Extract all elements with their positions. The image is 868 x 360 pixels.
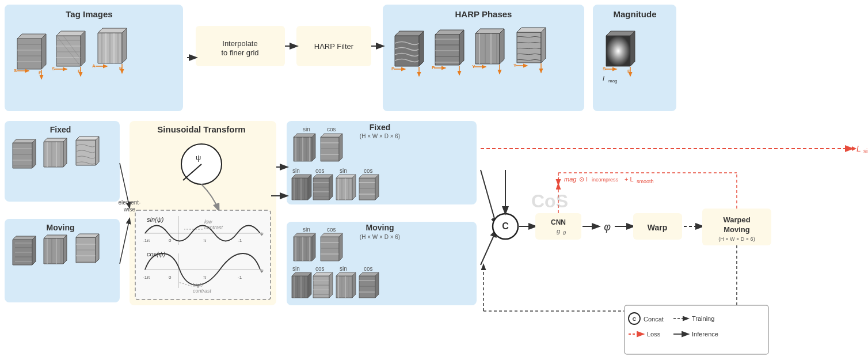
svg-text:θ: θ [563, 230, 566, 236]
svg-marker-42 [98, 33, 122, 63]
svg-rect-276 [535, 213, 581, 240]
svg-marker-117 [96, 137, 99, 165]
svg-text:S: S [14, 68, 17, 73]
svg-text:element-: element- [119, 199, 141, 206]
svg-marker-107 [32, 139, 36, 168]
svg-marker-101 [13, 143, 32, 168]
svg-marker-264 [352, 272, 356, 298]
svg-marker-79 [475, 29, 504, 33]
svg-line-35 [63, 36, 81, 59]
svg-line-311 [120, 219, 130, 264]
svg-marker-208 [336, 178, 352, 200]
svg-marker-188 [321, 134, 342, 137]
svg-text:cos: cos [364, 266, 373, 272]
svg-marker-37 [81, 31, 85, 66]
svg-marker-181 [294, 134, 315, 137]
svg-marker-201 [313, 178, 329, 200]
svg-marker-49 [122, 28, 127, 63]
svg-marker-17 [17, 39, 41, 69]
svg-marker-36 [56, 31, 85, 36]
svg-marker-200 [308, 175, 311, 200]
svg-marker-183 [321, 137, 339, 161]
svg-text:0: 0 [169, 275, 172, 280]
svg-marker-85 [517, 28, 546, 32]
svg-text:contrast: contrast [204, 225, 223, 230]
svg-text:cos: cos [327, 126, 336, 132]
svg-marker-215 [359, 178, 375, 200]
svg-marker-139 [76, 234, 99, 237]
svg-text:C: C [633, 316, 637, 322]
svg-marker-194 [292, 178, 308, 200]
svg-rect-1 [196, 26, 285, 66]
svg-text:(H × W × D × 6): (H × W × D × 6) [360, 133, 400, 139]
svg-text:cos: cos [315, 266, 325, 272]
svg-marker-256 [313, 272, 333, 276]
svg-text:Sinusoidal Transform: Sinusoidal Transform [157, 124, 245, 134]
svg-text:cos: cos [364, 168, 373, 174]
svg-text:to finer grid: to finer grid [221, 48, 258, 57]
svg-marker-251 [313, 276, 329, 298]
svg-text:sin: sin [303, 226, 310, 233]
svg-text:-1π: -1π [143, 238, 150, 243]
svg-text:sin: sin [292, 168, 300, 174]
svg-marker-16 [17, 39, 41, 69]
svg-marker-308 [852, 146, 856, 151]
svg-text:-1: -1 [238, 275, 242, 280]
svg-line-167 [178, 282, 192, 286]
svg-marker-126 [32, 236, 36, 265]
svg-marker-92 [606, 31, 635, 36]
svg-marker-257 [329, 272, 333, 298]
svg-marker-214 [352, 175, 356, 200]
svg-text:HARP Phases: HARP Phases [455, 9, 512, 19]
svg-text:R: R [119, 66, 123, 71]
svg-text:-1π: -1π [143, 275, 150, 280]
svg-marker-58 [395, 31, 424, 36]
svg-line-34 [56, 36, 81, 66]
svg-rect-286 [702, 209, 771, 245]
svg-marker-23 [41, 34, 46, 69]
svg-marker-226 [294, 237, 312, 261]
svg-text:Magnitude: Magnitude [614, 9, 657, 19]
svg-rect-4 [593, 5, 676, 111]
svg-point-314 [629, 313, 640, 324]
svg-marker-119 [13, 240, 32, 265]
svg-text:low: low [204, 219, 212, 225]
svg-text:CoS: CoS [531, 191, 568, 211]
svg-marker-84 [517, 32, 541, 63]
svg-marker-113 [44, 138, 67, 142]
svg-text:Concat: Concat [644, 316, 664, 323]
svg-text:Fixed: Fixed [370, 123, 391, 132]
svg-marker-22 [17, 34, 46, 39]
svg-marker-108 [44, 142, 63, 167]
svg-marker-220 [359, 175, 379, 178]
svg-marker-182 [312, 134, 315, 161]
svg-text:high: high [193, 282, 203, 288]
svg-rect-283 [633, 213, 682, 240]
svg-marker-127 [44, 238, 63, 264]
svg-marker-116 [76, 137, 99, 140]
svg-line-272 [481, 230, 496, 265]
svg-rect-9 [287, 222, 477, 305]
svg-text:Interpolate: Interpolate [222, 39, 257, 48]
svg-rect-2 [296, 26, 371, 66]
svg-text:P: P [391, 66, 395, 71]
svg-text:contrast: contrast [193, 288, 212, 294]
svg-text:Moving: Moving [47, 223, 75, 232]
svg-marker-114 [63, 138, 67, 167]
svg-marker-134 [76, 237, 96, 263]
svg-marker-74 [475, 33, 500, 64]
svg-marker-189 [339, 134, 342, 161]
svg-text:wise: wise [123, 206, 135, 213]
svg-marker-249 [292, 272, 311, 276]
svg-marker-207 [329, 175, 333, 200]
svg-text:HARP Filter: HARP Filter [314, 42, 354, 51]
svg-text:incompress: incompress [592, 177, 619, 183]
svg-text:CNN: CNN [551, 218, 566, 226]
svg-text:I: I [603, 75, 604, 82]
svg-marker-106 [13, 139, 36, 143]
svg-text:+ L: + L [625, 176, 634, 183]
svg-marker-115 [76, 140, 96, 165]
svg-marker-59 [419, 31, 424, 66]
svg-text:mag: mag [608, 78, 618, 84]
svg-marker-199 [292, 175, 311, 178]
